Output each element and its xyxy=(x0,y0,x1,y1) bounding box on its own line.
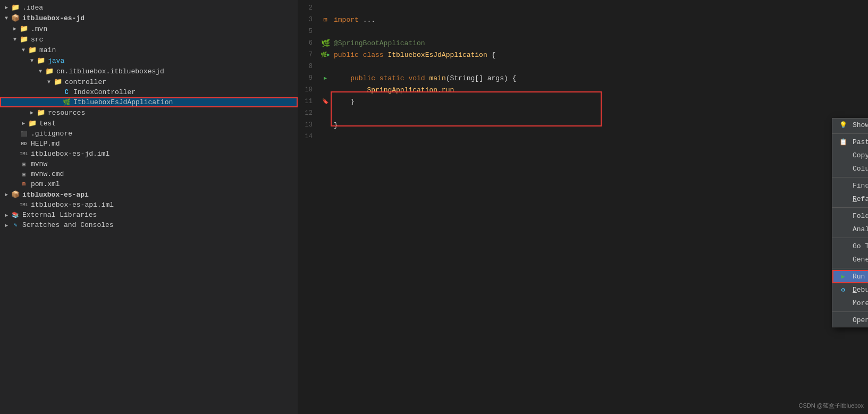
tree-item-java[interactable]: ▼ 📁 java xyxy=(0,55,298,66)
menu-item-more-run-debug[interactable]: More Run/Debug › xyxy=(832,297,868,310)
tree-label: Scratches and Consoles xyxy=(22,221,114,229)
class-icon: C xyxy=(62,89,71,96)
tree-item-idea[interactable]: ▶ 📁 .idea xyxy=(0,2,298,13)
tree-item-controller[interactable]: ▼ 📁 controller xyxy=(0,77,298,87)
run-menu-icon: ▶ xyxy=(838,273,848,281)
menu-item-generate[interactable]: Generate... Alt+Insert xyxy=(832,253,868,266)
menu-label: Run 'ItblueboxEsJdApplica...' xyxy=(853,273,868,281)
code-text: public class ItblueboxEsJdApplication { xyxy=(332,51,495,59)
tree-item-application[interactable]: 🌿 ItblueboxEsJdApplication xyxy=(0,97,298,107)
gutter-6: 🌿 xyxy=(319,39,332,48)
iml-icon: IML xyxy=(19,151,29,157)
tree-item-help-md[interactable]: MD HELP.md xyxy=(0,139,298,149)
line-number: 14 xyxy=(298,133,319,140)
gutter-11: 🔖 xyxy=(319,98,332,105)
folder-icon: 📁 xyxy=(53,78,63,86)
menu-item-debug[interactable]: ⚙ Debug 'ItblueboxEsJdApplica...' xyxy=(832,283,868,297)
menu-item-folding[interactable]: Folding › xyxy=(832,209,868,223)
tree-label: main xyxy=(39,46,56,54)
code-line-9: 9 ▶ public static void main(String[] arg… xyxy=(298,72,868,84)
line-number: 8 xyxy=(298,63,319,70)
tree-item-api-iml[interactable]: IML itbluebox-es-api.iml xyxy=(0,200,298,210)
tree-label: itbluebox-es-api.iml xyxy=(31,201,114,209)
tree-item-src[interactable]: ▼ 📁 src xyxy=(0,34,298,45)
tree-arrow: ▼ xyxy=(45,79,53,85)
menu-separator-6 xyxy=(832,311,868,312)
tree-arrow: ▶ xyxy=(2,222,11,229)
tree-label: mvnw xyxy=(31,160,47,168)
tree-label: pom.xml xyxy=(31,180,60,188)
menu-label: Column Selection Mode xyxy=(853,165,868,173)
tree-item-mvnw-cmd[interactable]: ▣ mvnw.cmd xyxy=(0,169,298,179)
menu-separator-5 xyxy=(832,268,868,268)
tree-item-api-module[interactable]: ▶ 📦 itbluxbox-es-api xyxy=(0,189,298,200)
menu-item-column-selection[interactable]: Column Selection Mode Alt+Shift+Insert xyxy=(832,162,868,175)
menu-item-find-usages[interactable]: Find Usages Alt+F7 xyxy=(832,179,868,192)
menu-item-go-to[interactable]: Go To › xyxy=(832,240,868,253)
line-number: 9 xyxy=(298,74,319,82)
tree-item-iml[interactable]: IML itbluebox-es-jd.iml xyxy=(0,149,298,159)
menu-label: Debug 'ItblueboxEsJdApplica...' xyxy=(853,286,868,294)
line-number: 10 xyxy=(298,86,319,94)
tree-arrow: ▼ xyxy=(19,47,28,53)
scratch-icon: ✎ xyxy=(11,222,20,229)
menu-separator-2 xyxy=(832,177,868,178)
code-line-12: 12 xyxy=(298,107,868,119)
tree-item-main[interactable]: ▼ 📁 main xyxy=(0,45,298,55)
folder-icon: 📁 xyxy=(11,3,20,12)
menu-item-refactor[interactable]: Refactor › xyxy=(832,192,868,206)
gutter-9: ▶ xyxy=(319,75,332,81)
tree-arrow: ▶ xyxy=(19,120,28,126)
menu-separator-4 xyxy=(832,238,868,238)
menu-item-show-context[interactable]: 💡 Show Context Action Alt+Enter xyxy=(832,119,868,132)
tree-item-gitignore[interactable]: ⬛ .gitignore xyxy=(0,129,298,139)
tree-item-scratches[interactable]: ▶ ✎ Scratches and Consoles xyxy=(0,220,298,230)
menu-item-paste[interactable]: 📋 Paste Ctrl+V xyxy=(832,136,868,149)
git-icon: ⬛ xyxy=(19,131,29,137)
menu-item-copy-paste-special[interactable]: Copy / Paste Special › xyxy=(832,149,868,162)
module-icon: 📦 xyxy=(11,14,20,22)
code-line-5: 5 xyxy=(298,26,868,37)
bookmark-icon: 🔖 xyxy=(322,98,328,105)
mvn-icon: ▣ xyxy=(19,161,29,167)
folder-icon: 📁 xyxy=(45,67,54,75)
tree-item-index-controller[interactable]: C IndexController xyxy=(0,87,298,97)
tree-label: cn.itbluebox.itblueboxesjd xyxy=(56,67,164,75)
tree-label: External Libraries xyxy=(22,211,97,219)
code-line-14: 14 xyxy=(298,131,868,142)
line-number: 2 xyxy=(298,4,319,12)
library-icon: 📚 xyxy=(11,212,20,218)
tree-item-resources[interactable]: ▶ 📁 resources xyxy=(0,107,298,118)
tree-label: IndexController xyxy=(73,88,136,96)
paste-icon: 📋 xyxy=(838,138,848,146)
tree-label: .mvn xyxy=(31,25,47,33)
menu-item-open-in[interactable]: Open In › xyxy=(832,314,868,327)
tree-item-cn-pkg[interactable]: ▼ 📁 cn.itbluebox.itblueboxesjd xyxy=(0,66,298,77)
run-button[interactable]: ▶ xyxy=(324,75,327,81)
line-number: 11 xyxy=(298,98,319,105)
tree-item-pom[interactable]: m pom.xml xyxy=(0,179,298,189)
tree-arrow: ▼ xyxy=(2,15,11,21)
menu-label: Refactor xyxy=(853,195,868,203)
code-line-6: 6 🌿 @SpringBootApplication xyxy=(298,37,868,49)
tree-item-mvn[interactable]: ▶ 📁 .mvn xyxy=(0,23,298,34)
tree-label: java xyxy=(48,57,64,65)
context-menu: 💡 Show Context Action Alt+Enter 📋 Paste … xyxy=(832,118,868,327)
tree-arrow: ▶ xyxy=(2,4,11,11)
folder-icon: 📁 xyxy=(19,24,29,33)
code-line-2: 2 xyxy=(298,2,868,14)
folder-icon: 📁 xyxy=(28,46,37,54)
menu-item-analyze[interactable]: Analyze › xyxy=(832,223,868,236)
line-number: 13 xyxy=(298,121,319,129)
code-line-7: 7 🌿▶ public class ItblueboxEsJdApplicati… xyxy=(298,49,868,61)
api-iml-icon: IML xyxy=(19,202,29,208)
menu-separator-3 xyxy=(832,207,868,208)
menu-separator-1 xyxy=(832,133,868,134)
tree-item-test[interactable]: ▶ 📁 test xyxy=(0,118,298,129)
tree-item-mvnw[interactable]: ▣ mvnw xyxy=(0,159,298,169)
line-number: 3 xyxy=(298,16,319,23)
tree-item-external-libraries[interactable]: ▶ 📚 External Libraries xyxy=(0,210,298,220)
menu-item-run[interactable]: ▶ Run 'ItblueboxEsJdApplica...' Ctrl+Shi… xyxy=(832,270,868,283)
tree-label: mvnw.cmd xyxy=(31,170,64,178)
tree-item-itbluebox-es-jd[interactable]: ▼ 📦 itbluebox-es-jd xyxy=(0,13,298,23)
